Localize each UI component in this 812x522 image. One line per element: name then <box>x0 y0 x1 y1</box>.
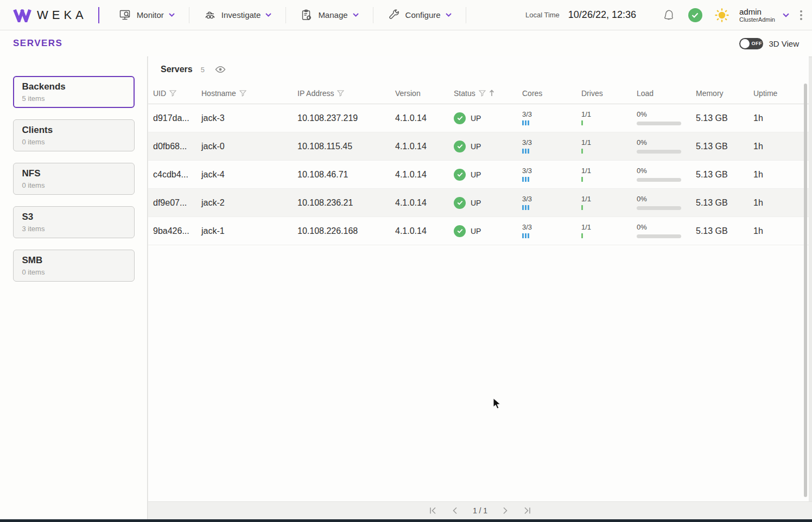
cell-ip: 10.108.226.168 <box>297 226 395 236</box>
user-name: admin <box>739 7 775 16</box>
chevron-down-icon <box>169 13 175 17</box>
table-row[interactable]: d0fb68... jack-0 10.108.115.45 4.1.0.14 … <box>148 132 809 161</box>
load-progress-bar <box>637 122 681 125</box>
col-label: UID <box>153 89 166 98</box>
filter-icon[interactable] <box>169 90 176 97</box>
cores-bars-icon <box>522 177 529 182</box>
category-title: NFS <box>22 168 125 179</box>
first-page-icon[interactable] <box>429 507 437 514</box>
cell-ip: 10.108.237.219 <box>297 113 395 123</box>
status-up-icon <box>454 169 466 181</box>
cell-cores: 3/3 <box>522 195 581 209</box>
sort-ascending-icon[interactable] <box>489 90 494 97</box>
cell-drives: 1/1 <box>581 111 637 125</box>
table-row[interactable]: c4cdb4... jack-4 10.108.46.71 4.1.0.14 U… <box>148 161 809 189</box>
table-row[interactable]: 9ba426... jack-1 10.108.226.168 4.1.0.14… <box>148 217 809 245</box>
theme-sun-icon[interactable] <box>714 8 729 23</box>
cores-value: 3/3 <box>522 195 532 203</box>
col-header-drives[interactable]: Drives <box>581 89 637 98</box>
drives-value: 1/1 <box>581 167 591 175</box>
overflow-menu-icon[interactable] <box>800 10 802 20</box>
cell-hostname: jack-4 <box>201 170 297 180</box>
brand-divider <box>98 7 99 23</box>
cell-memory: 5.13 GB <box>696 142 753 151</box>
cell-version: 4.1.0.14 <box>395 142 454 151</box>
nav-monitor[interactable]: Monitor <box>105 6 189 24</box>
status-label: UP <box>471 170 481 179</box>
col-header-version[interactable]: Version <box>395 89 454 98</box>
weka-logo[interactable]: WEKA <box>13 8 87 22</box>
col-header-hostname[interactable]: Hostname <box>201 89 297 98</box>
vertical-scrollbar[interactable] <box>804 84 807 497</box>
drives-bar-icon <box>581 120 583 125</box>
filter-icon[interactable] <box>337 90 344 97</box>
cell-uptime: 1h <box>753 226 809 236</box>
nav-configure[interactable]: Configure <box>373 6 466 24</box>
col-label: Hostname <box>201 89 236 98</box>
col-header-uid[interactable]: UID <box>153 89 201 98</box>
cell-drives: 1/1 <box>581 195 637 209</box>
top-navigation-bar: WEKA Monitor Investigate Manage <box>0 0 812 30</box>
nav-investigate[interactable]: Investigate <box>189 6 286 24</box>
sidebar-category-card[interactable]: S3 3 items <box>13 206 135 238</box>
col-header-cores[interactable]: Cores <box>522 89 581 98</box>
notification-bell-icon[interactable] <box>661 8 676 23</box>
cell-status: UP <box>454 225 522 237</box>
toggle-knob <box>740 39 750 48</box>
category-sidebar: Backends 5 items Clients 0 items NFS 0 i… <box>0 56 148 519</box>
load-progress-bar <box>637 150 681 154</box>
page-indicator: 1 / 1 <box>473 506 487 515</box>
panel-header: Servers 5 <box>148 56 809 82</box>
divider <box>466 7 466 23</box>
cell-uid: c4cdb4... <box>153 170 201 180</box>
cell-version: 4.1.0.14 <box>395 198 454 208</box>
nav-manage-label: Manage <box>318 10 347 20</box>
cell-load: 0% <box>637 195 696 209</box>
cluster-health-ok-icon[interactable] <box>688 8 702 22</box>
load-progress-bar <box>637 206 681 210</box>
next-page-icon[interactable] <box>503 507 508 514</box>
table-row[interactable]: d917da... jack-3 10.108.237.219 4.1.0.14… <box>148 104 809 132</box>
cores-bars-icon <box>522 149 529 154</box>
cell-cores: 3/3 <box>522 111 581 125</box>
sidebar-category-card[interactable]: Backends 5 items <box>13 76 135 108</box>
eye-columns-icon[interactable] <box>215 66 226 73</box>
cell-uid: d917da... <box>153 113 201 123</box>
nav-manage[interactable]: Manage <box>286 6 372 24</box>
user-menu[interactable]: admin ClusterAdmin <box>739 7 775 23</box>
category-count: 3 items <box>22 225 125 233</box>
cell-status: UP <box>454 197 522 209</box>
col-header-load[interactable]: Load <box>637 89 696 98</box>
status-up-icon <box>454 112 466 124</box>
col-header-status[interactable]: Status <box>454 89 522 98</box>
cell-load: 0% <box>637 139 696 153</box>
col-header-memory[interactable]: Memory <box>696 89 753 98</box>
previous-page-icon[interactable] <box>452 507 458 514</box>
weka-logo-icon <box>13 8 31 22</box>
cores-value: 3/3 <box>522 167 532 175</box>
table-row[interactable]: df9e07... jack-2 10.108.236.21 4.1.0.14 … <box>148 189 809 217</box>
3d-view-label: 3D View <box>769 39 799 48</box>
cell-load: 0% <box>637 111 696 125</box>
3d-view-toggle[interactable]: OFF <box>739 38 763 49</box>
sidebar-category-card[interactable]: SMB 0 items <box>13 250 135 282</box>
filter-icon[interactable] <box>479 90 486 97</box>
category-count: 0 items <box>22 138 125 146</box>
last-page-icon[interactable] <box>523 507 531 514</box>
cores-value: 3/3 <box>522 224 532 231</box>
filter-icon[interactable] <box>239 90 246 97</box>
user-role: ClusterAdmin <box>739 16 775 23</box>
sidebar-category-card[interactable]: NFS 0 items <box>13 163 135 195</box>
cell-ip: 10.108.46.71 <box>297 170 395 180</box>
load-value: 0% <box>637 224 647 231</box>
col-label: Memory <box>696 89 724 98</box>
cell-uptime: 1h <box>753 113 809 123</box>
col-header-uptime[interactable]: Uptime <box>753 89 809 98</box>
sidebar-category-card[interactable]: Clients 0 items <box>13 119 135 151</box>
chevron-down-icon[interactable] <box>783 13 789 17</box>
local-time-label: Local Time <box>525 11 560 19</box>
col-header-ip[interactable]: IP Address <box>297 89 395 98</box>
cell-ip: 10.108.115.45 <box>297 142 395 151</box>
category-count: 0 items <box>22 268 125 276</box>
category-title: SMB <box>22 255 125 266</box>
